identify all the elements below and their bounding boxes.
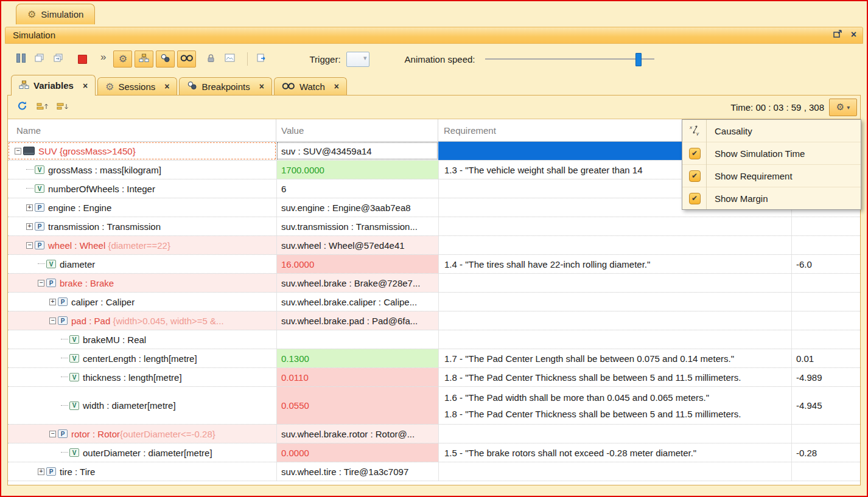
table-row[interactable]: −Protor : Rotor{outerDiameter<=-0.28}suv…: [8, 425, 860, 443]
margin-cell: [791, 311, 860, 330]
window-tab-simulation[interactable]: ⚙ Simulation: [16, 4, 95, 24]
value-cell[interactable]: suv.wheel.brake.caliper : Calipe...: [276, 293, 438, 311]
tab-close-icon[interactable]: ×: [164, 82, 169, 91]
export-button[interactable]: [254, 52, 268, 66]
value-cell[interactable]: suv.engine : Engine@3aab7ea8: [276, 198, 438, 217]
name-cell[interactable]: VnumberOfWheels : Integer: [8, 179, 276, 198]
value-cell[interactable]: suv.wheel.brake.rotor : Rotor@...: [276, 425, 438, 443]
title-bar[interactable]: Simulation ×: [5, 27, 863, 44]
name-cell[interactable]: +Pengine : Engine: [8, 198, 276, 217]
table-row[interactable]: VbrakeMU : Real: [8, 330, 860, 349]
value-cell[interactable]: 6: [276, 179, 438, 198]
property-name: rotor : Rotor: [71, 429, 120, 439]
trigger-select[interactable]: ▾: [346, 52, 369, 67]
name-cell[interactable]: VbrakeMU : Real: [8, 330, 276, 349]
name-cell[interactable]: +Pcaliper : Caliper: [8, 293, 276, 311]
name-cell[interactable]: −Pbrake : Brake: [8, 274, 276, 292]
table-row[interactable]: −Ppad : Pad {width>0.045, width>=5 &...s…: [8, 311, 860, 330]
name-cell[interactable]: −Ppad : Pad {width>0.045, width>=5 &...: [8, 311, 276, 330]
table-row[interactable]: −Pbrake : Brakesuv.wheel.brake : Brake@7…: [8, 274, 860, 293]
table-row[interactable]: Vthickness : length[metre]0.01101.8 - "T…: [8, 368, 860, 387]
value-cell[interactable]: suv.transmission : Transmission...: [276, 217, 438, 235]
collapse-toggle-icon[interactable]: −: [49, 431, 56, 437]
tab-close-icon[interactable]: ×: [259, 82, 264, 91]
collapse-toggle-icon[interactable]: −: [38, 280, 44, 287]
column-header-value[interactable]: Value: [276, 119, 438, 141]
tree-line: [61, 339, 68, 340]
value-cell[interactable]: 1700.0000: [276, 161, 438, 179]
variables-toggle-button[interactable]: [135, 50, 153, 68]
name-cell[interactable]: −Pwheel : Wheel {diameter==22}: [8, 236, 276, 254]
name-cell[interactable]: +Ptire : Tire: [8, 462, 276, 481]
collapse-toggle-icon[interactable]: −: [26, 242, 33, 249]
expand-nodes-icon: [37, 102, 48, 113]
table-row[interactable]: +Ptire : Tiresuv.wheel.tire : Tire@1a3c7…: [8, 462, 860, 481]
menu-item-show-simulation-time[interactable]: ✔Show Simulation Time: [682, 142, 861, 165]
name-cell[interactable]: +Ptransmission : Transmission: [8, 217, 276, 235]
float-window-icon[interactable]: [833, 29, 842, 40]
name-cell[interactable]: −Protor : Rotor{outerDiameter<=-0.28}: [8, 425, 276, 443]
menu-item-show-requirement[interactable]: ✔Show Requirement: [682, 165, 861, 187]
table-row[interactable]: Vdiameter16.00001.4 - "The tires shall h…: [8, 255, 860, 274]
value-cell[interactable]: suv.wheel.brake.pad : Pad@6fa...: [276, 311, 438, 330]
value-cell[interactable]: 0.0000: [276, 443, 438, 462]
table-row[interactable]: VcenterLength : length[metre]0.13001.7 -…: [8, 349, 860, 368]
value-cell[interactable]: 0.0550: [276, 387, 438, 424]
refresh-button[interactable]: [14, 100, 30, 114]
value-cell[interactable]: suv : SUV@43459a14: [276, 142, 438, 160]
chevron-down-icon: ▾: [363, 54, 367, 62]
value-cell[interactable]: [276, 330, 438, 349]
name-cell[interactable]: VouterDiameter : diameter[metre]: [8, 443, 276, 462]
collapse-toggle-icon[interactable]: −: [15, 148, 21, 155]
name-cell[interactable]: Vthickness : length[metre]: [8, 368, 276, 386]
value-cell[interactable]: 16.0000: [276, 255, 438, 273]
name-cell[interactable]: −SUV {grossMass>1450}: [8, 142, 276, 160]
expand-toggle-icon[interactable]: +: [26, 204, 33, 211]
table-options-button[interactable]: ⚙ ▾: [829, 99, 857, 116]
slider-handle[interactable]: [635, 53, 642, 66]
tab-close-icon[interactable]: ×: [83, 82, 88, 90]
value-cell[interactable]: suv.wheel : Wheel@57ed4e41: [276, 236, 438, 254]
breakpoints-toggle-button[interactable]: [156, 50, 175, 68]
name-cell[interactable]: VcenterLength : length[metre]: [8, 349, 276, 367]
menu-item-show-margin[interactable]: ✔Show Margin: [682, 187, 861, 209]
copy-frames-button[interactable]: [51, 52, 66, 66]
expand-toggle-icon[interactable]: +: [49, 299, 56, 305]
value-cell[interactable]: 0.1300: [276, 349, 438, 367]
save-image-button[interactable]: [222, 52, 237, 66]
tab-breakpoints[interactable]: Breakpoints×: [179, 77, 271, 95]
tab-variables[interactable]: Variables×: [11, 75, 96, 96]
table-row[interactable]: +Ptransmission : Transmissionsuv.transmi…: [8, 217, 860, 236]
table-row[interactable]: −Pwheel : Wheel {diameter==22}suv.wheel …: [8, 236, 860, 255]
name-cell[interactable]: Vwidth : diameter[metre]: [8, 387, 276, 424]
name-cell[interactable]: Vdiameter: [8, 255, 276, 273]
expand-toggle-icon[interactable]: +: [26, 223, 33, 230]
table-row[interactable]: +Pcaliper : Calipersuv.wheel.brake.calip…: [8, 293, 860, 311]
expand-toggle-icon[interactable]: +: [38, 468, 44, 475]
stop-button[interactable]: [75, 52, 89, 66]
name-cell[interactable]: VgrossMass : mass[kilogram]: [8, 161, 276, 179]
value-cell[interactable]: 0.0110: [276, 368, 438, 386]
collapse-nodes-button[interactable]: [54, 100, 70, 114]
pause-button[interactable]: [13, 52, 28, 66]
menu-item-causality[interactable]: xyCausality: [682, 120, 861, 142]
watch-toggle-button[interactable]: [177, 50, 196, 68]
animation-speed-slider[interactable]: [485, 52, 654, 66]
tab-watch[interactable]: Watch×: [274, 77, 347, 95]
sessions-toggle-button[interactable]: ⚙: [113, 50, 132, 68]
close-window-icon[interactable]: ×: [851, 30, 856, 40]
tab-sessions[interactable]: ⚙Sessions×: [97, 77, 177, 95]
column-header-name[interactable]: Name: [8, 119, 276, 141]
toolbar-overflow-button[interactable]: »: [100, 51, 106, 63]
tab-label: Breakpoints: [201, 82, 250, 92]
table-row[interactable]: Vwidth : diameter[metre]0.05501.6 - "The…: [8, 387, 860, 425]
collapse-toggle-icon[interactable]: −: [49, 318, 56, 324]
value-cell[interactable]: suv.wheel.tire : Tire@1a3c7097: [276, 462, 438, 481]
value-cell[interactable]: suv.wheel.brake : Brake@728e7...: [276, 274, 438, 292]
table-row[interactable]: VouterDiameter : diameter[metre]0.00001.…: [8, 443, 860, 462]
tab-close-icon[interactable]: ×: [334, 82, 339, 91]
expand-nodes-button[interactable]: [34, 100, 50, 114]
clone-session-button[interactable]: [32, 52, 47, 66]
value-property-icon: V: [46, 260, 56, 268]
lock-button[interactable]: [203, 52, 218, 66]
